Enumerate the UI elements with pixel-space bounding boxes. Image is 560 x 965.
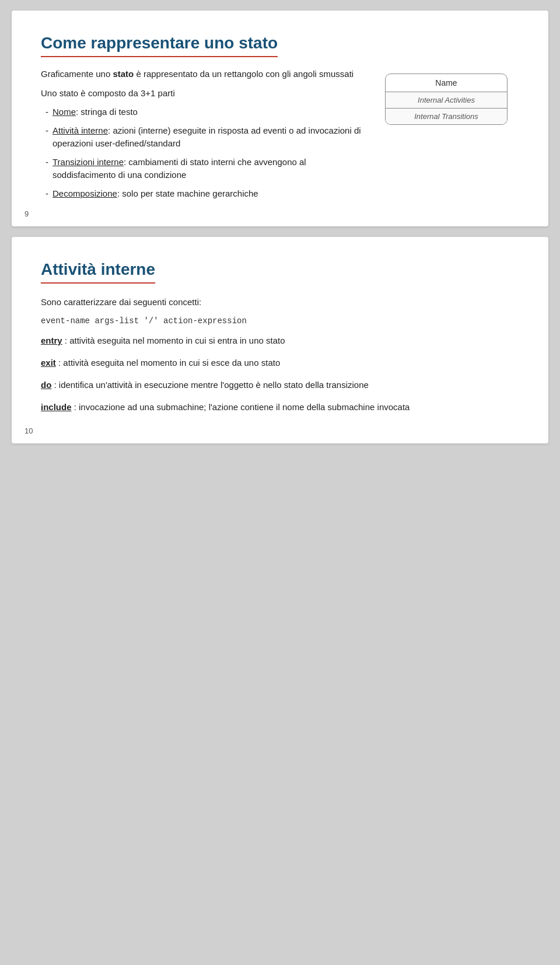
code-line: event-name args-list '/' action-expressi… <box>41 316 519 326</box>
item-do: do : identifica un'attività in esecuzion… <box>41 378 519 392</box>
list-item-attivita: Attività interne: azioni (interne) esegu… <box>46 124 368 151</box>
text-include: : invocazione ad una submachine; l'azion… <box>74 402 410 412</box>
item-exit: exit : attività eseguita nel momento in … <box>41 356 519 370</box>
item-include: include : invocazione ad una submachine;… <box>41 400 519 414</box>
slide-title-2: Attività interne <box>41 260 155 284</box>
state-name-label: Name <box>386 74 507 92</box>
label-exit: exit <box>41 358 56 368</box>
text-decomposizione: : solo per state machine gerarchiche <box>117 188 258 198</box>
item-do-text: do : identifica un'attività in esecuzion… <box>41 378 519 392</box>
list-item-transizioni: Transizioni interne: cambiamenti di stat… <box>46 156 368 182</box>
label-entry: entry <box>41 335 62 345</box>
slide1-intro: Graficamente uno stato è rappresentato d… <box>41 68 368 81</box>
slide-2: Attività interne Sono caratterizzare dai… <box>12 237 548 443</box>
list-item-decomposizione: Decomposizione: solo per state machine g… <box>46 187 368 201</box>
slide-title-1: Come rappresentare uno stato <box>41 34 278 57</box>
state-transitions-label: Internal Transitions <box>386 109 507 124</box>
text-do: : identifica un'attività in esecuzione m… <box>54 380 369 390</box>
state-activities-label: Internal Activities <box>386 92 507 109</box>
state-box: Name Internal Activities Internal Transi… <box>385 74 508 125</box>
slide1-text: Graficamente uno stato è rappresentato d… <box>41 68 368 205</box>
label-include: include <box>41 402 72 412</box>
label-nome: Nome <box>52 107 76 117</box>
slide1-parts-intro: Uno stato è composto da 3+1 parti <box>41 87 368 100</box>
item-include-text: include : invocazione ad una submachine;… <box>41 400 519 414</box>
text-nome: : stringa di testo <box>76 107 138 117</box>
list-item-nome: Nome: stringa di testo <box>46 106 368 119</box>
item-entry-text: entry : attività eseguita nel momento in… <box>41 334 519 348</box>
text-entry: : attività eseguita nel momento in cui s… <box>65 335 285 345</box>
slide-number-2: 10 <box>24 426 33 435</box>
item-entry: entry : attività eseguita nel momento in… <box>41 334 519 348</box>
slide1-list: Nome: stringa di testo Attività interne:… <box>46 106 368 200</box>
label-do: do <box>41 380 51 390</box>
text-exit: : attività eseguita nel momento in cui s… <box>58 358 280 368</box>
label-transizioni: Transizioni interne <box>52 157 124 167</box>
slide-1: Come rappresentare uno stato Graficament… <box>12 11 548 226</box>
slide2-intro: Sono caratterizzare dai seguenti concett… <box>41 295 519 309</box>
state-diagram: Name Internal Activities Internal Transi… <box>385 74 519 125</box>
label-decomposizione: Decomposizione <box>52 188 117 198</box>
item-exit-text: exit : attività eseguita nel momento in … <box>41 356 519 370</box>
label-attivita: Attività interne <box>52 125 108 135</box>
slide-number-1: 9 <box>24 209 29 218</box>
